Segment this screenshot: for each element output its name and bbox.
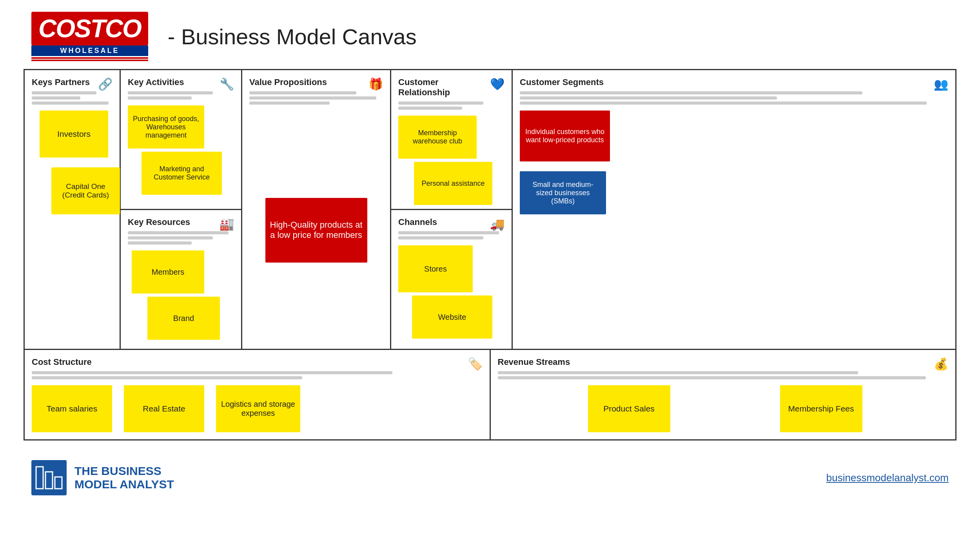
key-resources-title: Key Resources [128, 217, 190, 227]
keys-partners-lines [32, 91, 113, 105]
footer-logo-text: THE BUSINESS MODEL ANALYST [74, 464, 174, 491]
page-title: - Business Model Canvas [168, 24, 417, 49]
product-sales-note: Product Sales [588, 385, 670, 432]
value-propositions-cell: Value Propositions 🎁 High-Quality produc… [242, 70, 391, 349]
svg-rect-1 [45, 472, 53, 489]
value-main-note: High-Quality products at a low price for… [265, 198, 367, 263]
revenue-streams-icon: 💰 [934, 357, 948, 371]
individual-customers-note: Individual customers who want low-priced… [520, 111, 610, 161]
business-model-canvas: Keys Partners 🔗 Investors Capital One (C… [24, 69, 956, 440]
revenue-notes: Product Sales Membership Fees [498, 385, 949, 432]
channels-title: Channels [398, 217, 437, 227]
customer-relationship-icon: 💙 [490, 77, 505, 91]
cost-structure-cell: Cost Structure 🏷️ Team salaries Real Est… [25, 350, 491, 439]
cost-structure-title: Cost Structure [32, 357, 92, 367]
personal-assistance-note: Personal assistance [414, 162, 492, 205]
revenue-streams-cell: Revenue Streams 💰 Product Sales Membersh… [491, 350, 956, 439]
footer-logo-svg [35, 466, 63, 489]
footer-logo-line1: THE BUSINESS [74, 464, 174, 478]
cost-notes: Team salaries Real Estate Logistics and … [32, 385, 483, 432]
svg-rect-2 [55, 477, 62, 489]
key-activities-icon: 🔧 [220, 77, 234, 91]
channels-icon: 🚚 [490, 217, 505, 231]
customer-relationship-cell: Customer Relationship 💙 Membership wareh… [391, 70, 512, 210]
customer-segments-cell: Customer Segments 👥 Individual customers… [513, 70, 955, 349]
investors-note: Investors [40, 111, 108, 158]
canvas-lower: Cost Structure 🏷️ Team salaries Real Est… [25, 350, 955, 439]
stores-note: Stores [398, 245, 473, 292]
footer-logo-line2: MODEL ANALYST [74, 478, 174, 491]
keys-partners-title: Keys Partners [32, 77, 90, 87]
channels-cell: Channels 🚚 Stores Website [391, 210, 512, 349]
logistics-note: Logistics and storage expenses [216, 385, 300, 432]
key-activities-cell: Key Activities 🔧 Purchasing of goods, Wa… [121, 70, 241, 210]
footer-logo-icon [31, 460, 67, 495]
value-propositions-icon: 🎁 [368, 77, 383, 91]
real-estate-note: Real Estate [124, 385, 204, 432]
keys-partners-icon: 🔗 [98, 77, 113, 91]
customer-segments-icon: 👥 [934, 77, 948, 91]
value-propositions-title: Value Propositions [249, 77, 327, 87]
marketing-note: Marketing and Customer Service [142, 152, 222, 195]
keys-partners-cell: Keys Partners 🔗 Investors Capital One (C… [25, 70, 121, 349]
logo-main-text: COSTCO [38, 14, 141, 43]
team-salaries-note: Team salaries [32, 385, 112, 432]
activities-resources-col: Key Activities 🔧 Purchasing of goods, Wa… [121, 70, 242, 349]
revenue-streams-title: Revenue Streams [498, 357, 570, 367]
smb-note: Small and medium-sized businesses (SMBs) [520, 171, 606, 214]
customer-relationship-title: Customer Relationship [398, 77, 490, 98]
footer: THE BUSINESS MODEL ANALYST businessmodel… [0, 448, 980, 507]
members-note: Members [132, 250, 204, 294]
keys-partners-notes: Investors Capital One (Credit Cards) [32, 111, 113, 214]
canvas-upper: Keys Partners 🔗 Investors Capital One (C… [25, 70, 955, 350]
purchasing-note: Purchasing of goods, Warehouses manageme… [128, 105, 204, 149]
key-resources-cell: Key Resources 🏭 Members Brand [121, 210, 241, 349]
membership-fees-note: Membership Fees [780, 385, 862, 432]
capital-one-note: Capital One (Credit Cards) [51, 167, 120, 214]
footer-url[interactable]: businessmodelanalyst.com [826, 472, 949, 484]
svg-rect-0 [36, 467, 43, 489]
brand-note: Brand [147, 297, 220, 340]
logo-sub-text: WHOLESALE [60, 47, 119, 54]
website-note: Website [412, 295, 492, 339]
membership-club-note: Membership warehouse club [398, 116, 477, 159]
customer-segments-title: Customer Segments [520, 77, 604, 87]
key-resources-icon: 🏭 [220, 217, 234, 231]
cost-structure-icon: 🏷️ [468, 357, 483, 371]
cust-rel-channels-col: Customer Relationship 💙 Membership wareh… [391, 70, 513, 349]
header: COSTCO WHOLESALE - Business Model Canvas [0, 0, 980, 69]
costco-logo: COSTCO WHOLESALE [31, 12, 148, 61]
footer-logo: THE BUSINESS MODEL ANALYST [31, 460, 174, 495]
key-activities-title: Key Activities [128, 77, 184, 87]
